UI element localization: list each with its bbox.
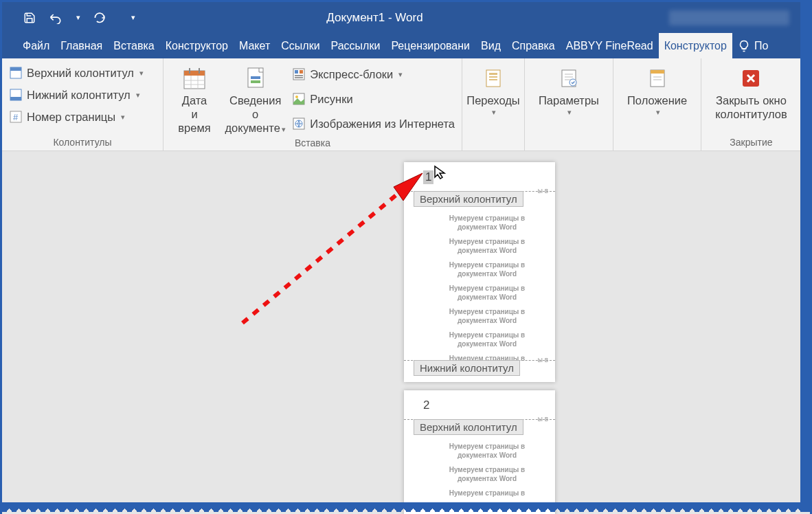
pictures-icon <box>292 92 306 106</box>
edge-text: ы в <box>538 187 548 194</box>
window-title: Документ1 - Word <box>80 11 669 25</box>
tab-home[interactable]: Главная <box>55 33 108 58</box>
calendar-icon <box>181 65 207 91</box>
position-button[interactable]: Положение ▾ <box>620 63 694 117</box>
close-hf-button[interactable]: Закрыть окно колонтитулов <box>708 63 793 122</box>
page-2[interactable]: 2 ы в Верхний колонтитул Нумеруем страни… <box>404 390 555 514</box>
svg-rect-27 <box>486 70 500 87</box>
edge-text: ы в <box>538 415 548 423</box>
undo-icon[interactable] <box>49 11 63 25</box>
online-pictures-icon <box>292 117 306 131</box>
lightbulb-icon <box>738 40 750 52</box>
page-1[interactable]: 1 ы в Верхний колонтитул Нумеруем страни… <box>404 162 555 382</box>
svg-rect-37 <box>651 70 664 74</box>
group-close-label: Закрытие <box>708 134 793 149</box>
group-options: Параметры ▾ <box>524 58 613 150</box>
svg-rect-1 <box>10 67 21 71</box>
pagenumber-button[interactable]: # Номер страницы ▾ <box>9 108 144 126</box>
close-icon <box>738 65 764 91</box>
header-button[interactable]: Верхний колонтитул ▾ <box>9 64 144 82</box>
docinfo-l1: Сведения о <box>228 94 282 122</box>
tab-hf-design[interactable]: Конструктор <box>659 33 732 58</box>
page-number-2[interactable]: 2 <box>423 399 429 412</box>
chevron-down-icon: ▾ <box>121 113 125 122</box>
svg-rect-15 <box>251 76 260 79</box>
svg-rect-19 <box>300 70 303 74</box>
svg-rect-28 <box>489 73 497 75</box>
svg-rect-30 <box>489 79 497 80</box>
header-icon <box>9 66 23 80</box>
tab-insert[interactable]: Вставка <box>108 33 159 58</box>
document-workspace[interactable]: 1 ы в Верхний колонтитул Нумеруем страни… <box>2 151 810 514</box>
group-position: Положение ▾ <box>613 58 701 150</box>
tab-mailings[interactable]: Рассылки <box>326 33 386 58</box>
svg-rect-16 <box>251 80 260 83</box>
svg-rect-3 <box>10 97 21 100</box>
svg-text:#: # <box>13 112 19 122</box>
tab-file[interactable]: Файл <box>17 33 55 58</box>
svg-rect-20 <box>295 75 303 76</box>
position-icon <box>644 65 670 91</box>
svg-line-43 <box>243 187 406 323</box>
datetime-l2: время <box>178 122 210 135</box>
screenshot-jagged-right <box>800 2 810 512</box>
footer-label: Нижний колонтитул <box>27 89 131 102</box>
quickparts-icon <box>292 67 306 81</box>
position-label: Положение <box>627 94 687 108</box>
group-insert: Дата и время Сведения о документе▾ Экспр… <box>163 58 462 150</box>
options-icon <box>556 65 582 91</box>
user-account-area[interactable] <box>669 10 789 25</box>
hash-icon: # <box>9 110 23 124</box>
pictures-button[interactable]: Рисунки <box>292 90 455 108</box>
svg-rect-7 <box>184 71 205 76</box>
tab-design[interactable]: Конструктор <box>160 33 234 58</box>
page-1-body: Нумеруем страницы вдокументах Word Нумер… <box>420 214 539 363</box>
svg-rect-29 <box>489 76 497 78</box>
tab-references[interactable]: Ссылки <box>275 33 325 58</box>
pagenumber-label: Номер страницы <box>27 111 115 124</box>
group-hf-label: Колонтитулы <box>9 134 156 149</box>
webpictures-button[interactable]: Изображения из Интернета <box>292 115 455 133</box>
group-insert-label: Вставка <box>170 135 455 150</box>
close-l1: Закрыть окно <box>716 94 787 108</box>
chevron-down-icon: ▾ <box>398 70 403 79</box>
ribbon-tabs: Файл Главная Вставка Конструктор Макет С… <box>2 33 810 58</box>
options-button[interactable]: Параметры ▾ <box>532 63 606 117</box>
group-navigation: Переходы ▾ <box>462 58 524 150</box>
chevron-down-icon: ▾ <box>139 69 144 78</box>
tab-review[interactable]: Рецензировани <box>385 33 475 58</box>
group-close: Закрыть окно колонтитулов Закрытие <box>701 58 800 150</box>
close-l2: колонтитулов <box>715 108 787 122</box>
page-2-body: Нумеруем страницы вдокументах Word Нумер… <box>420 442 539 498</box>
tab-layout[interactable]: Макет <box>234 33 275 58</box>
docinfo-button[interactable]: Сведения о документе▾ <box>221 63 289 135</box>
document-info-icon <box>243 65 269 91</box>
footer-button[interactable]: Нижний колонтитул ▾ <box>9 86 144 104</box>
tab-help[interactable]: Справка <box>506 33 561 58</box>
webpictures-label: Изображения из Интернета <box>310 118 455 131</box>
datetime-button[interactable]: Дата и время <box>170 63 218 135</box>
svg-point-23 <box>295 96 298 98</box>
save-icon[interactable] <box>23 11 36 25</box>
options-label: Параметры <box>539 94 599 108</box>
group-header-footer: Верхний колонтитул ▾ Нижний колонтитул ▾… <box>2 58 163 150</box>
page-number-1[interactable]: 1 <box>423 170 433 184</box>
svg-rect-18 <box>295 70 298 74</box>
tell-me[interactable]: По <box>732 33 774 58</box>
chevron-down-icon: ▾ <box>656 108 660 117</box>
tab-view[interactable]: Вид <box>475 33 506 58</box>
docinfo-l2: документе <box>225 122 280 134</box>
tell-me-label: По <box>754 40 768 52</box>
quickparts-button[interactable]: Экспресс-блоки ▾ <box>292 65 455 83</box>
chevron-down-icon: ▾ <box>282 125 286 133</box>
header-label: Верхний колонтитул <box>27 67 134 80</box>
edge-text: ы в <box>538 356 548 364</box>
goto-label: Переходы <box>466 94 519 108</box>
header-tag-p1: Верхний колонтитул <box>414 191 523 207</box>
goto-button[interactable]: Переходы ▾ <box>469 63 517 117</box>
svg-rect-21 <box>295 77 303 78</box>
goto-icon <box>480 65 506 91</box>
tab-abbyy[interactable]: ABBYY FineRead <box>561 33 659 58</box>
chevron-down-icon: ▾ <box>567 108 572 117</box>
header-tag-p2: Верхний колонтитул <box>414 419 523 435</box>
